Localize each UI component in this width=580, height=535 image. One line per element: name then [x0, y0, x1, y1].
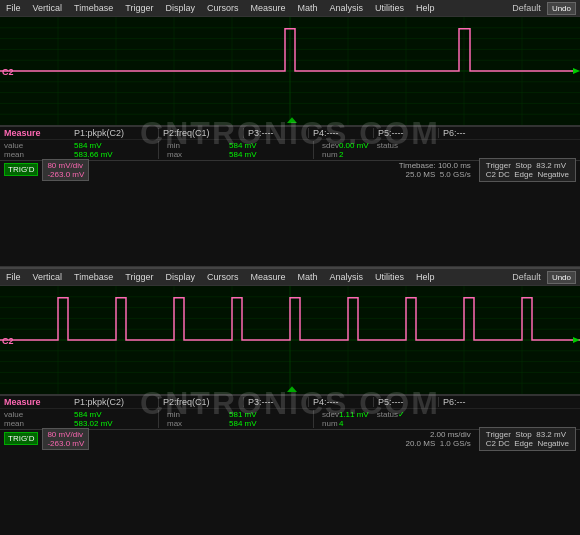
menu-timebase-1[interactable]: Timebase [72, 3, 115, 13]
menu-timebase-2[interactable]: Timebase [72, 272, 115, 282]
undo-box-1[interactable]: Undo [547, 2, 576, 15]
stats-values-col4-2: ✓ [398, 410, 405, 428]
stats-labels2-2: min max [159, 410, 229, 428]
trigger-rate-2: 83.2 mV [536, 430, 566, 439]
stats-labels4-2: status [369, 410, 398, 428]
menu-items-1: File Vertical Timebase Trigger Display C… [4, 3, 437, 13]
menu-cursors-1[interactable]: Cursors [205, 3, 241, 13]
bottom-status-1: TRIG'D 80 mV/div -263.0 mV Timebase: 100… [0, 160, 580, 178]
menu-analysis-2[interactable]: Analysis [327, 272, 365, 282]
timebase-info-2: 2.00 ms/div 20.0 MS 1.0 GS/s [405, 430, 470, 448]
val-lbl-1: value [4, 141, 23, 150]
menu-right-2: Default Undo [512, 271, 576, 284]
sdev-lbl-1: sdev [322, 141, 339, 150]
min-val-2: 581 mV [229, 410, 313, 419]
stats-values-col2-2: 581 mV 584 mV [229, 410, 314, 428]
p3-label-1: P3:---- [244, 128, 309, 138]
stats-labels-1: value mean [4, 141, 74, 159]
trig-status-2: TRIG'D [4, 432, 38, 445]
timebase-gs-2: 1.0 GS/s [440, 439, 471, 448]
trigger-mode-2: Negative [537, 439, 569, 448]
num-lbl-1: num [322, 150, 338, 159]
measure-table-2: Measure P1:pkpk(C2) P2:freq(C1) P3:---- … [0, 395, 580, 409]
menu-file-2[interactable]: File [4, 272, 23, 282]
menu-help-2[interactable]: Help [414, 272, 437, 282]
trigger-channel-1: C2 DC [486, 170, 510, 179]
menu-help-1[interactable]: Help [414, 3, 437, 13]
max-val-1: 584 mV [229, 150, 313, 159]
stats-labels4-1: status [369, 141, 398, 159]
status-val-2: ✓ [398, 410, 405, 419]
ch-offset-2: -263.0 mV [47, 439, 84, 448]
menu-measure-2[interactable]: Measure [248, 272, 287, 282]
value-val-1: 584 mV [74, 141, 158, 150]
trigger-channel-2: C2 DC [486, 439, 510, 448]
timebase-right-2: 2.00 ms/div 20.0 MS 1.0 GS/s Trigger Sto… [405, 427, 576, 451]
menu-display-1[interactable]: Display [163, 3, 197, 13]
stats-values-col3-1: 0.00 mV 2 [339, 141, 369, 159]
status-lbl-2: status [377, 410, 398, 419]
menu-items-2: File Vertical Timebase Trigger Display C… [4, 272, 437, 282]
timebase-val-1: 100.0 ms [438, 161, 471, 170]
stats-labels3-1: sdev num [314, 141, 339, 159]
timebase-ms-1: 25.0 MS [405, 170, 435, 179]
sdev-val-2: 1.11 mV [339, 410, 369, 419]
num-val-1: 2 [339, 150, 369, 159]
trigger-lbl-1: Trigger [486, 161, 511, 170]
panel-2: File Vertical Timebase Trigger Display C… [0, 269, 580, 535]
p5-label-1: P5:---- [374, 128, 439, 138]
timebase-lbl-1: Timebase [399, 161, 434, 170]
p6-label-1: P6:--- [439, 128, 470, 138]
p4-label-2: P4:---- [309, 397, 374, 407]
undo-box-2[interactable]: Undo [547, 271, 576, 284]
mean-lbl-1: mean [4, 150, 24, 159]
timebase-gs-1: 5.0 GS/s [440, 170, 471, 179]
menu-math-1[interactable]: Math [295, 3, 319, 13]
val-lbl-2: value [4, 410, 23, 419]
ch2-label-1: C2 [2, 67, 14, 77]
num-val-2: 4 [339, 419, 369, 428]
grid-svg-2 [0, 286, 580, 394]
trigger-stop-2: Stop [515, 430, 531, 439]
stats-labels-2: value mean [4, 410, 74, 428]
menu-trigger-1[interactable]: Trigger [123, 3, 155, 13]
menu-vertical-1[interactable]: Vertical [31, 3, 65, 13]
status-lbl-1: status [377, 141, 398, 150]
p1-label-1: P1:pkpk(C2) [74, 128, 159, 138]
measure-table-1: Measure P1:pkpk(C2) P2:freq(C1) P3:---- … [0, 126, 580, 140]
timebase-main-2: 2.00 ms/div [430, 430, 471, 439]
sdev-val-1: 0.00 mV [339, 141, 369, 150]
menu-analysis-1[interactable]: Analysis [327, 3, 365, 13]
menu-display-2[interactable]: Display [163, 272, 197, 282]
menu-vertical-2[interactable]: Vertical [31, 272, 65, 282]
default-label-2: Default [512, 272, 541, 282]
menu-math-2[interactable]: Math [295, 272, 319, 282]
menu-measure-1[interactable]: Measure [248, 3, 287, 13]
menu-utilities-2[interactable]: Utilities [373, 272, 406, 282]
default-label-1: Default [512, 3, 541, 13]
timebase-info-1: Timebase: 100.0 ms 25.0 MS 5.0 GS/s [399, 161, 471, 179]
stats-labels3-2: sdev num [314, 410, 339, 428]
panel-1: File Vertical Timebase Trigger Display C… [0, 0, 580, 267]
p6-label-2: P6:--- [439, 397, 470, 407]
mean-lbl-2: mean [4, 419, 24, 428]
trigger-mode-1: Negative [537, 170, 569, 179]
p2-label-2: P2:freq(C1) [159, 397, 244, 407]
scope-display-2: C2 [0, 285, 580, 395]
menu-cursors-2[interactable]: Cursors [205, 272, 241, 282]
menu-trigger-2[interactable]: Trigger [123, 272, 155, 282]
stats-values-col3-2: 1.11 mV 4 [339, 410, 369, 428]
max-val-2: 584 mV [229, 419, 313, 428]
sdev-lbl-2: sdev [322, 410, 339, 419]
trigger-info-1: Trigger Stop 83.2 mV C2 DC Edge Negative [479, 158, 576, 182]
menu-utilities-1[interactable]: Utilities [373, 3, 406, 13]
p1-label-2: P1:pkpk(C2) [74, 397, 159, 407]
ch-box-1: 80 mV/div -263.0 mV [42, 159, 89, 181]
scope-display-1: C2 [0, 16, 580, 126]
stats-values-col1-1: 584 mV 583.66 mV [74, 141, 159, 159]
menu-file-1[interactable]: File [4, 3, 23, 13]
p2-label-1: P2:freq(C1) [159, 128, 244, 138]
max-lbl-2: max [167, 419, 182, 428]
min-lbl-1: min [167, 141, 180, 150]
trigger-type-1: Edge [514, 170, 533, 179]
